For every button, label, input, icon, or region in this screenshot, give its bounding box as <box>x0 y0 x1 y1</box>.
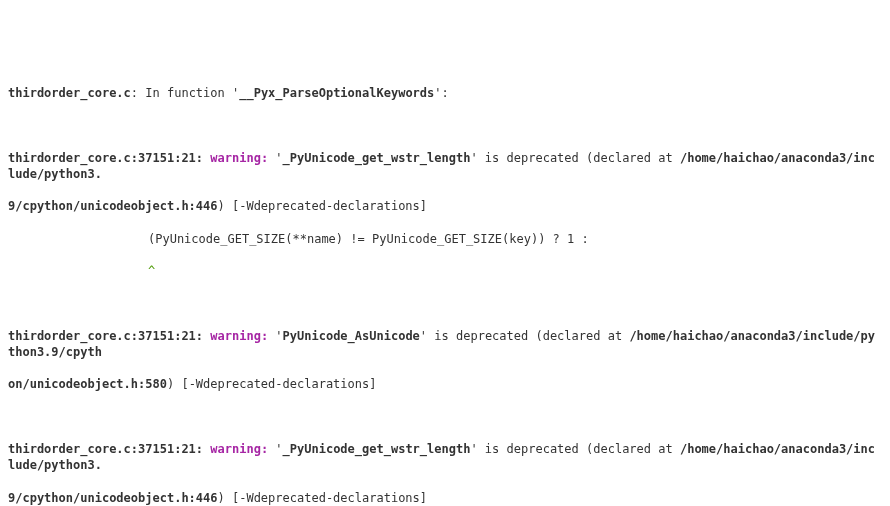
compiler-warning: thirdorder_core.c:37151:21: warning: '_P… <box>8 441 882 473</box>
filename: thirdorder_core.c <box>8 86 131 100</box>
compiler-warning: thirdorder_core.c:37151:21: warning: 'Py… <box>8 328 882 360</box>
in-function-line: thirdorder_core.c: In function '__Pyx_Pa… <box>8 85 882 101</box>
code-excerpt: (PyUnicode_GET_SIZE(**name) != PyUnicode… <box>8 231 882 247</box>
header-continuation: 9/cpython/unicodeobject.h:446) [-Wdeprec… <box>8 198 882 214</box>
header-continuation: on/unicodeobject.h:580) [-Wdeprecated-de… <box>8 376 882 392</box>
compiler-warning: thirdorder_core.c:37151:21: warning: '_P… <box>8 150 882 182</box>
header-continuation: 9/cpython/unicodeobject.h:446) [-Wdeprec… <box>8 490 882 506</box>
caret-marker: ^ <box>8 263 882 279</box>
